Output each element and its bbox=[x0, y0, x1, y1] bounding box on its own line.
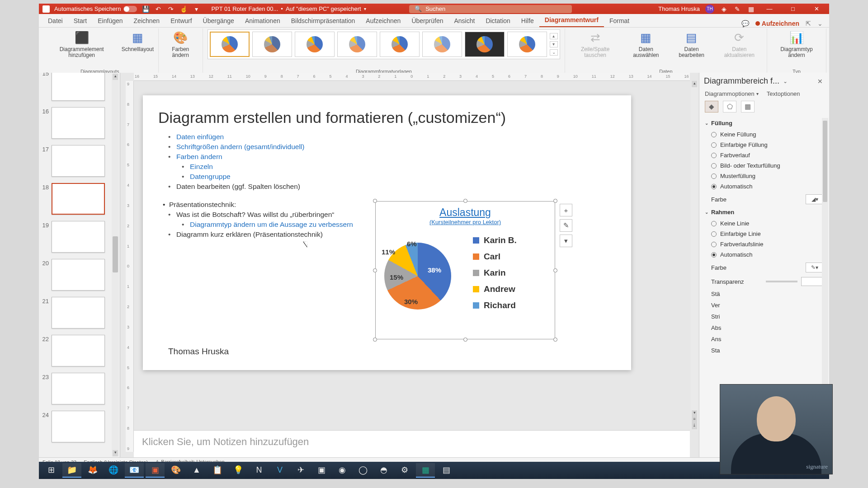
resize-handle[interactable] bbox=[373, 199, 377, 203]
border-field[interactable]: Sta bbox=[699, 344, 829, 356]
border-field[interactable]: Abs bbox=[699, 322, 829, 333]
taskbar-app-icon[interactable]: V bbox=[270, 463, 289, 478]
chart-style-8[interactable] bbox=[507, 32, 547, 57]
filename[interactable]: PPT 01 Roter Faden 00... • Auf "diesem P… bbox=[211, 5, 366, 12]
pane-close-icon[interactable]: ✕ bbox=[816, 78, 825, 85]
record-button[interactable]: Aufzeichnen bbox=[755, 20, 799, 27]
powerpoint-icon[interactable]: ▣ bbox=[146, 463, 165, 478]
explorer-icon[interactable]: 📁 bbox=[62, 463, 81, 478]
canvas-scrollbar[interactable]: ▴ ▾ ≡ ⤓ bbox=[691, 81, 698, 429]
resize-handle[interactable] bbox=[553, 199, 557, 203]
change-chart-type-button[interactable]: 📊Diagrammtyp ändern bbox=[772, 29, 821, 58]
touch-icon[interactable]: ☝ bbox=[179, 5, 188, 13]
tab-ueberpruefen[interactable]: Überprüfen bbox=[406, 15, 448, 27]
tab-hilfe[interactable]: Hilfe bbox=[516, 15, 539, 27]
chart-style-4[interactable] bbox=[337, 32, 377, 57]
fill-color-button[interactable]: ◢▾ bbox=[806, 194, 824, 204]
border-field[interactable]: Ans bbox=[699, 333, 829, 344]
slide-canvas[interactable]: 1615141312111098765432101234567891011121… bbox=[120, 73, 699, 457]
chart-styles-button[interactable]: ✎ bbox=[560, 219, 572, 232]
vlc-icon[interactable]: ▲ bbox=[187, 463, 206, 478]
resize-handle[interactable] bbox=[463, 338, 467, 342]
edit-data-button[interactable]: ▤Daten bearbeiten bbox=[671, 29, 712, 58]
slide-thumbnail-22[interactable] bbox=[52, 335, 105, 366]
gallery-scroll[interactable]: ▴▾⌄ bbox=[550, 33, 558, 56]
slide-thumbnail-17[interactable] bbox=[52, 145, 105, 177]
tab-aufzeichnen[interactable]: Aufzeichnen bbox=[360, 15, 406, 27]
firefox-icon[interactable]: 🦊 bbox=[83, 463, 102, 478]
tab-start[interactable]: Start bbox=[68, 15, 93, 27]
onenote-icon[interactable]: N bbox=[250, 463, 269, 478]
slide-thumbnail-20[interactable] bbox=[52, 259, 105, 291]
taskbar-app-icon[interactable]: ▣ bbox=[312, 463, 331, 478]
border-option[interactable]: Automatisch bbox=[699, 249, 829, 260]
resize-handle[interactable] bbox=[463, 199, 467, 203]
windows-taskbar[interactable]: ⊞ 📁 🦊 🌐 📧 ▣ 🎨 ▲ 📋 💡 N V ✈ ▣ ◉ ◯ ◓ ⚙ ▦ ▤ … bbox=[39, 462, 829, 479]
redo-icon[interactable]: ↷ bbox=[167, 5, 175, 13]
slide-title[interactable]: Diagramm erstellen und formatieren („cus… bbox=[143, 95, 631, 129]
scroll-up-icon[interactable]: ▴ bbox=[113, 74, 118, 80]
telegram-icon[interactable]: ✈ bbox=[291, 463, 310, 478]
close-button[interactable]: ✕ bbox=[807, 5, 826, 13]
comments-icon[interactable]: 💬 bbox=[741, 20, 749, 27]
resize-handle[interactable] bbox=[553, 268, 557, 272]
collapse-ribbon-icon[interactable]: ⌄ bbox=[817, 20, 823, 27]
tab-diagrammentwurf[interactable]: Diagrammentwurf bbox=[539, 14, 604, 27]
fill-option[interactable]: Musterfüllung bbox=[699, 171, 829, 181]
slide-thumbnail-24[interactable] bbox=[52, 411, 105, 442]
fill-option[interactable]: Farbverlauf bbox=[699, 150, 829, 160]
tab-einfuegen[interactable]: Einfügen bbox=[92, 15, 128, 27]
chart-style-gallery[interactable]: ▴▾⌄ bbox=[208, 29, 560, 59]
chart-style-3[interactable] bbox=[295, 32, 335, 57]
resize-handle[interactable] bbox=[373, 338, 377, 342]
pane-tab-text[interactable]: Textoptionen bbox=[767, 90, 800, 97]
fill-line-tab-icon[interactable]: ◆ bbox=[705, 101, 718, 113]
fill-option[interactable]: Einfarbige Füllung bbox=[699, 140, 829, 150]
fill-option[interactable]: Keine Füllung bbox=[699, 129, 829, 140]
undo-icon[interactable]: ↶ bbox=[154, 5, 162, 13]
border-option[interactable]: Einfarbige Linie bbox=[699, 229, 829, 239]
start-button[interactable]: ⊞ bbox=[42, 463, 61, 478]
dropdown-icon[interactable]: ▾ bbox=[192, 5, 200, 13]
quick-layout-button[interactable]: ▦Schnelllayout bbox=[122, 29, 153, 52]
chart-style-6[interactable] bbox=[422, 32, 462, 57]
chrome-icon[interactable]: 🌐 bbox=[104, 463, 123, 478]
search-box[interactable]: 🔍 Suchen bbox=[409, 5, 572, 13]
diamond-icon[interactable]: ◈ bbox=[720, 5, 728, 13]
save-icon[interactable]: 💾 bbox=[142, 5, 150, 13]
size-tab-icon[interactable]: ▦ bbox=[741, 101, 755, 113]
tab-animationen[interactable]: Animationen bbox=[240, 15, 286, 27]
slide-thumbnail-16[interactable] bbox=[52, 107, 105, 139]
calendar-icon[interactable]: ▦ bbox=[747, 5, 755, 13]
transparency-slider[interactable] bbox=[766, 281, 797, 282]
fill-section-header[interactable]: ⌄Füllung bbox=[699, 117, 829, 129]
maximize-button[interactable]: □ bbox=[784, 5, 802, 13]
tab-entwurf[interactable]: Entwurf bbox=[165, 15, 197, 27]
chart-style-7[interactable] bbox=[465, 32, 505, 57]
autosave-toggle[interactable]: Automatisches Speichern bbox=[54, 5, 137, 12]
tab-dictation[interactable]: Dictation bbox=[480, 15, 515, 27]
resize-handle[interactable] bbox=[553, 338, 557, 342]
minimize-button[interactable]: — bbox=[760, 5, 778, 13]
slide-thumbnail-21[interactable] bbox=[52, 297, 105, 328]
tab-format[interactable]: Format bbox=[604, 15, 635, 27]
pie-chart[interactable]: 38% 30% 15% 11% 6% bbox=[377, 230, 463, 316]
slide-thumbnail-23[interactable] bbox=[52, 373, 105, 404]
border-option[interactable]: Keine Linie bbox=[699, 218, 829, 229]
border-section-header[interactable]: ⌄Rahmen bbox=[699, 206, 829, 218]
border-option[interactable]: Farbverlaufslinie bbox=[699, 239, 829, 249]
slide-thumbnail-15[interactable] bbox=[52, 73, 105, 101]
fill-option[interactable]: Bild- oder Texturfüllung bbox=[699, 160, 829, 171]
settings-icon[interactable]: ⚙ bbox=[395, 463, 414, 478]
chart-elements-button[interactable]: + bbox=[560, 204, 572, 216]
taskbar-app-icon[interactable]: 📋 bbox=[208, 463, 227, 478]
share-icon[interactable]: ⇱ bbox=[806, 20, 811, 27]
chart-style-5[interactable] bbox=[380, 32, 420, 57]
outlook-icon[interactable]: 📧 bbox=[125, 463, 144, 478]
resize-handle[interactable] bbox=[373, 268, 377, 272]
taskbar-app-icon[interactable]: ◓ bbox=[374, 463, 393, 478]
chart-style-1[interactable] bbox=[210, 32, 250, 57]
taskbar-app-icon[interactable]: 🎨 bbox=[166, 463, 185, 478]
border-field[interactable]: Stä bbox=[699, 288, 829, 299]
taskbar-app-icon[interactable]: ◯ bbox=[354, 463, 373, 478]
